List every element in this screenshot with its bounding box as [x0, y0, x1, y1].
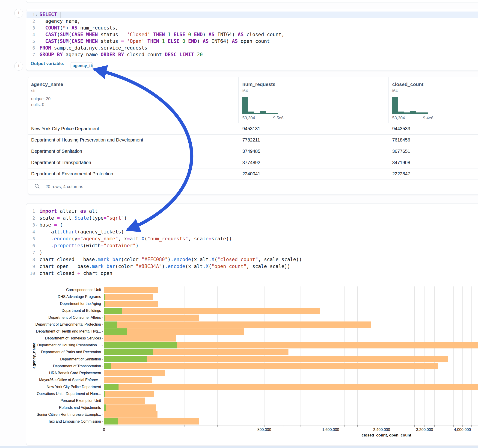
x-tick-label: 0 — [86, 428, 122, 432]
bar-closed — [104, 356, 448, 362]
bar-open — [104, 363, 111, 369]
y-tick-mark — [102, 317, 103, 318]
table-row[interactable]: Department of Environmental Protection22… — [28, 168, 478, 180]
bar-closed — [104, 377, 152, 383]
altair-chart: agency_name Correspondence UnitDHS Advan… — [26, 204, 478, 445]
x-tick-mark — [414, 425, 415, 427]
histogram-bar — [260, 111, 266, 114]
gridline — [414, 286, 415, 425]
y-axis-label: Operations Unit - Department of Hom... — [27, 392, 101, 396]
code-token — [83, 32, 86, 37]
y-tick-mark — [102, 290, 103, 290]
column-stat-nulls: nulls: 0 — [31, 102, 44, 107]
gutter-divider — [38, 11, 38, 60]
bar-open — [104, 342, 177, 348]
table-row[interactable]: Department of Housing Preservation and D… — [28, 134, 478, 146]
code-token: AS — [203, 38, 208, 44]
column-header-num-requests[interactable]: num_requests — [242, 81, 276, 87]
bar-closed — [104, 411, 157, 417]
bar-open — [104, 294, 105, 300]
y-axis-label: Taxi and Limousine Commission — [27, 419, 101, 424]
add-cell-button[interactable]: + — [14, 62, 23, 70]
table-summary: 20 rows, 4 columns — [45, 184, 83, 189]
x-axis-line — [104, 425, 478, 425]
line-number: 7 — [26, 51, 35, 58]
histogram-bar — [266, 113, 272, 114]
sql-line-numbers: 1234567 — [26, 11, 35, 58]
code-token: DESC — [165, 52, 177, 57]
x-tick-label: 1,600,000 — [312, 428, 349, 432]
histogram-bar — [242, 97, 248, 114]
y-axis-label: Personal Exemption Unit — [27, 398, 101, 403]
table-row[interactable]: Department of Sanitation37494853677651 — [28, 146, 478, 157]
code-token: COUNT — [45, 25, 60, 31]
code-line: FROM sample_data.nyc.service_requests — [39, 45, 284, 51]
code-token: CAST — [45, 32, 57, 37]
next-cell-edge — [0, 446, 478, 448]
bar-closed — [104, 315, 199, 321]
y-tick-mark — [102, 366, 103, 367]
search-icon[interactable] — [34, 183, 40, 189]
x-tick-mark — [184, 425, 184, 427]
bar-open — [104, 322, 117, 328]
code-token: THEN — [153, 32, 165, 37]
code-token: WHEN — [86, 32, 98, 37]
y-axis-label: Department of Transportation — [27, 364, 101, 368]
code-token: closed_count, — [244, 32, 284, 37]
code-token — [159, 38, 162, 44]
histogram-bar — [272, 113, 278, 114]
code-token: AS — [71, 25, 77, 31]
x-tick-mark — [300, 425, 301, 427]
code-token: WHEN — [86, 38, 98, 44]
y-axis-label: Refunds and Adjustments — [27, 405, 101, 410]
cell-agency-name: Department of Environmental Protection — [31, 168, 113, 180]
sql-cell: 1234567 ∨ SELECT agency_name, COUNT(*) A… — [26, 9, 478, 71]
column-header-closed-count[interactable]: closed_count — [392, 81, 423, 87]
gridline — [357, 286, 358, 425]
gridline — [462, 286, 463, 425]
gridline — [316, 286, 316, 425]
y-axis-label: Department for the Aging — [27, 301, 101, 306]
x-tick-mark — [404, 425, 404, 427]
code-token: = — [121, 38, 124, 44]
code-token — [39, 32, 45, 37]
output-variable-label: Output variable: — [31, 61, 64, 66]
x-tick-mark — [357, 425, 358, 427]
x-tick-label: 800,000 — [246, 428, 283, 432]
bar-closed — [104, 370, 165, 376]
x-tick-mark — [331, 425, 331, 427]
code-token: AS — [209, 32, 214, 37]
y-tick-mark — [102, 373, 103, 373]
y-tick-mark — [102, 401, 103, 401]
code-token — [165, 32, 168, 37]
chevron-down-icon[interactable]: ∨ — [36, 13, 38, 17]
output-variable-pill[interactable]: agency_tickets — [70, 62, 93, 69]
code-token — [83, 38, 86, 44]
x-tick-mark — [471, 425, 472, 427]
code-token: ) — [66, 25, 71, 31]
y-tick-mark — [102, 408, 103, 408]
code-token: END — [194, 32, 203, 37]
code-token: CASE — [71, 32, 83, 37]
table-row[interactable]: Department of Transportation377489234719… — [28, 157, 478, 168]
bar-closed — [104, 287, 158, 293]
y-axis-label: Department of Buildings — [27, 308, 101, 313]
y-tick-mark — [102, 380, 103, 380]
code-token: ORDER BY — [101, 52, 124, 57]
code-token: status — [98, 32, 121, 37]
line-number: 5 — [26, 38, 35, 45]
sql-code-editor[interactable]: SELECT agency_name, COUNT(*) AS num_requ… — [39, 11, 284, 58]
bar-open — [104, 328, 127, 335]
histogram-bar — [254, 113, 260, 114]
bar-closed — [104, 301, 158, 307]
code-token: open_count — [238, 38, 270, 44]
column-type: i64 — [242, 88, 248, 93]
gridline — [264, 286, 264, 425]
line-number: 3 — [26, 25, 35, 31]
column-header-agency-name[interactable]: agency_name — [31, 81, 63, 87]
column-histogram — [392, 97, 428, 114]
table-row[interactable]: New York City Police Department945313194… — [28, 123, 478, 135]
code-token — [194, 52, 197, 57]
add-cell-button[interactable]: + — [14, 9, 23, 18]
code-line: GROUP BY agency_name ORDER BY closed_cou… — [39, 51, 284, 58]
